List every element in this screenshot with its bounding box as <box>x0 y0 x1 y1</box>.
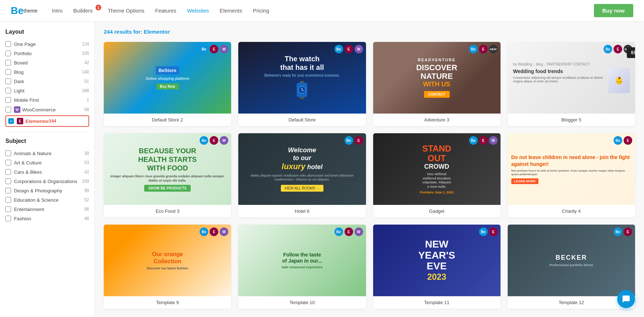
filter-label-mobile-first: Mobile First <box>14 97 87 103</box>
filter-animals[interactable]: Animals & Nature 30 <box>5 149 89 158</box>
badge-el-charity: E <box>624 136 632 145</box>
card-badges-r3-3: Be E <box>479 227 498 236</box>
checkbox-portfolio[interactable] <box>5 51 11 56</box>
elementor-label: E Elementor <box>17 118 49 124</box>
checkbox-boxed[interactable] <box>5 60 11 66</box>
filter-count-portfolio: 105 <box>82 51 89 56</box>
card-r3-3[interactable]: Be E NEWYEAR'SEVE 2023 Template 11 <box>373 225 501 309</box>
filter-count-animals: 30 <box>84 151 89 156</box>
filter-corporations[interactable]: Corporations & Organizations 109 <box>5 177 89 186</box>
filter-elementor[interactable]: E Elementor 244 <box>5 115 89 127</box>
card-charity-4[interactable]: Be E Do not leave children in need alone… <box>508 133 635 217</box>
filter-label-dark: Dark <box>14 79 84 84</box>
checkbox-design[interactable] <box>5 188 11 193</box>
filter-boxed[interactable]: Boxed 42 <box>5 58 89 67</box>
filter-woocommerce[interactable]: W WooCommerce 58 <box>5 105 89 115</box>
badge-woo-store: W <box>355 45 363 53</box>
badge-be-store: Be <box>335 45 343 53</box>
templates-row-2: Be E W BECAUSE YOURHEALTH STARTSWITH FOO… <box>104 133 635 217</box>
filter-count-design: 99 <box>84 188 89 193</box>
filter-count-fashion: 46 <box>84 216 89 221</box>
filter-mobile-first[interactable]: Mobile First 1 <box>5 95 89 105</box>
card-name-r3-1: Template 9 <box>104 296 231 309</box>
card-name-gadget: Gadget <box>373 205 501 217</box>
layout-section-title: Layout <box>5 29 89 35</box>
card-name-charity: Charity 4 <box>508 205 635 217</box>
checkbox-elementor-checked[interactable] <box>8 118 14 124</box>
card-r3-2[interactable]: Be E W Follow the tasteof Japan in our..… <box>238 225 366 309</box>
card-adventure-3[interactable]: Be E NEW Beadventure DISCOVERNATURE WITH… <box>373 42 501 126</box>
checkbox-cars[interactable] <box>5 169 11 175</box>
badge-el-hotel: E <box>355 136 363 145</box>
card-r3-4[interactable]: Be E BECKER Professional portfolio theme… <box>508 225 635 309</box>
checkbox-animals[interactable] <box>5 150 11 156</box>
filter-fashion[interactable]: Fashion 46 <box>5 214 89 223</box>
checkbox-blog[interactable] <box>5 69 11 75</box>
filter-count-light: 188 <box>82 88 89 93</box>
filter-label-light: Light <box>14 88 82 93</box>
filter-count-elementor: 244 <box>49 119 56 124</box>
checkbox-fashion[interactable] <box>5 216 11 221</box>
filter-count-entertainment: 96 <box>84 207 89 212</box>
card-default-store-2[interactable]: Be E W BeStore Online shopping platform … <box>104 42 231 126</box>
nav-elements[interactable]: Elements <box>220 8 242 14</box>
filter-art[interactable]: Art & Culture 53 <box>5 158 89 167</box>
filter-dark[interactable]: Dark 51 <box>5 77 89 86</box>
filter-label-animals: Animals & Nature <box>14 151 84 156</box>
card-name-store2: Default Store 2 <box>104 114 231 126</box>
nav-builders[interactable]: Builders 1 <box>73 8 97 14</box>
buy-now-button[interactable]: Buy now <box>594 4 634 17</box>
checkbox-dark[interactable] <box>5 78 11 84</box>
card-default-store[interactable]: Be E W The watchthat has it all Betheme'… <box>238 42 366 126</box>
chat-bubble[interactable] <box>617 290 635 308</box>
filter-count-woocommerce: 58 <box>84 107 89 112</box>
nav-websites[interactable]: Websites <box>187 8 209 14</box>
nav-features[interactable]: Features <box>155 8 176 14</box>
badge-el-store2: E <box>210 45 218 53</box>
filter-count-cars: 42 <box>84 169 89 174</box>
card-name-r3-3: Template 11 <box>373 296 501 309</box>
checkbox-one-page[interactable] <box>5 41 11 47</box>
filter-blog[interactable]: Blog 140 <box>5 67 89 77</box>
filter-count-blog: 140 <box>82 69 89 75</box>
badge-el-eco: E <box>210 136 218 145</box>
card-name-r3-2: Template 10 <box>238 296 366 309</box>
results-count: 244 <box>104 29 113 35</box>
filter-label-portfolio: Portfolio <box>14 51 82 56</box>
logo-rest: theme <box>24 8 38 14</box>
logo[interactable]: Betheme <box>11 5 38 16</box>
card-eco-food-3[interactable]: Be E W BECAUSE YOURHEALTH STARTSWITH FOO… <box>104 133 231 217</box>
badge-woo-gadget: W <box>489 136 498 145</box>
badge-el-store: E <box>345 45 353 53</box>
badge-el-gadget: E <box>479 136 488 145</box>
templates-row-1: Be E W BeStore Online shopping platform … <box>104 42 635 126</box>
checkbox-art[interactable] <box>5 160 11 165</box>
card-blogger-5[interactable]: Be E NEW he.Wedding... blog... PARTNERSH… <box>508 42 635 126</box>
card-r3-1[interactable]: Be E W Our orangeCollection Discover our… <box>104 225 231 309</box>
filter-light[interactable]: Light 188 <box>5 86 89 95</box>
checkbox-woocommerce[interactable] <box>5 107 11 112</box>
checkbox-corporations[interactable] <box>5 178 11 184</box>
checkbox-education[interactable] <box>5 197 11 203</box>
nav-intro[interactable]: Intro <box>52 8 63 14</box>
filter-design[interactable]: Design & Photography 99 <box>5 186 89 195</box>
badge-woo-eco: W <box>220 136 228 145</box>
nav-theme-options[interactable]: Theme Options <box>108 8 145 14</box>
checkbox-light[interactable] <box>5 88 11 93</box>
card-hotel-6[interactable]: Be E Welcometo ourluxury hotel Mattis al… <box>238 133 366 217</box>
card-badges-r3-4: Be E <box>614 227 632 236</box>
checkbox-mobile-first[interactable] <box>5 97 11 103</box>
badge-be-r3-3: Be <box>479 227 488 236</box>
nav-pricing[interactable]: Pricing <box>253 8 269 14</box>
filter-entertainment[interactable]: Entertainment 96 <box>5 205 89 214</box>
filter-education[interactable]: Education & Science 52 <box>5 195 89 205</box>
checkbox-entertainment[interactable] <box>5 206 11 212</box>
filter-label-design: Design & Photography <box>14 188 84 193</box>
filter-one-page[interactable]: One Page 124 <box>5 39 89 49</box>
results-for-label: results for: <box>114 29 142 35</box>
filter-cars[interactable]: Cars & Bikes 42 <box>5 167 89 177</box>
filter-label-woocommerce: WooCommerce <box>22 107 84 112</box>
filter-label-cars: Cars & Bikes <box>14 169 84 175</box>
card-gadget[interactable]: Be E W Standout crowd One skillendstelfe… <box>373 133 501 217</box>
filter-portfolio[interactable]: Portfolio 105 <box>5 49 89 58</box>
